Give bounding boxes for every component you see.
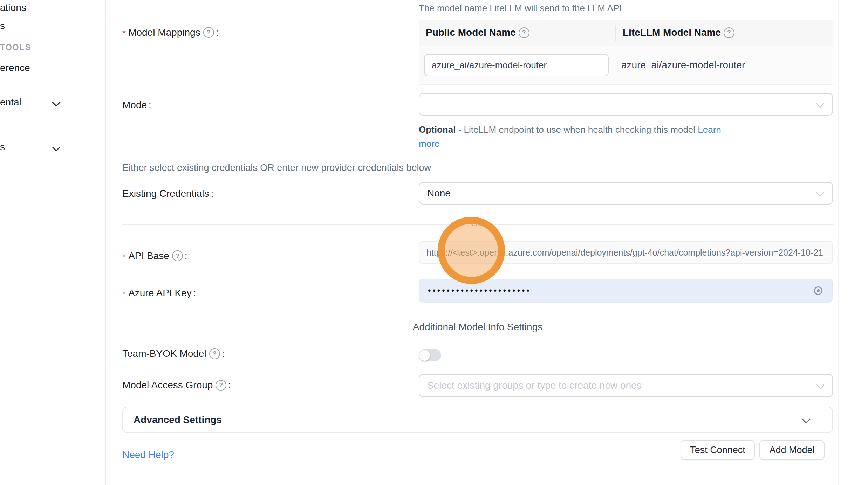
existing-credentials-label: Existing Credentials: [122,188,213,199]
chevron-down-icon [818,101,823,108]
sidebar-item-truncated-1[interactable]: ations [0,2,26,13]
chevron-down-icon [818,382,823,389]
help-icon[interactable]: ? [203,27,214,38]
table-row: azure_ai/azure-model-router [419,46,833,84]
mode-label: Mode: [122,99,151,111]
sidebar-item-label: s [0,141,5,152]
advanced-settings-panel[interactable]: Advanced Settings [122,407,833,433]
model-access-group-placeholder: Select existing groups or type to create… [419,380,642,391]
chevron-down-icon[interactable] [52,98,60,106]
additional-info-divider: Additional Model Info Settings [122,321,833,333]
existing-credentials-select[interactable]: None [419,182,833,205]
additional-info-label: Additional Model Info Settings [413,321,542,333]
model-mappings-label: * Model Mappings ? : [122,26,218,39]
toggle-knob [419,350,430,361]
help-icon[interactable]: ? [209,348,220,359]
add-model-screen: ations s TOOLS erence ental s The model … [0,0,868,485]
advanced-settings-label: Advanced Settings [134,414,222,425]
sidebar-item-label: erence [0,62,30,73]
model-mappings-table: Public Model Name ? LiteLLM Model Name ?… [419,20,833,85]
api-base-label: * API Base ? : [122,249,187,262]
need-help-link[interactable]: Need Help? [122,449,174,460]
help-icon[interactable]: ? [724,27,734,38]
header-litellm-model-name: LiteLLM Model Name ? [615,25,833,41]
sidebar-item-truncated-2[interactable]: s [0,20,5,32]
chevron-down-icon[interactable] [52,143,60,151]
masked-api-key: •••••••••••••••••••••• [419,286,531,296]
required-asterisk: * [122,28,126,39]
chevron-down-icon [818,190,823,197]
model-name-hint: The model name LiteLLM will send to the … [419,3,622,14]
mode-select[interactable] [419,93,833,116]
eye-icon[interactable] [813,285,824,296]
help-icon[interactable]: ? [519,27,529,38]
credentials-hint: Either select existing credentials OR en… [122,162,431,173]
content-right-border [838,0,839,485]
mode-helper-text: Optional - LiteLLM endpoint to use when … [419,123,734,151]
sidebar-item-label: s [0,20,5,31]
public-model-name-input[interactable] [424,54,609,76]
team-byok-toggle[interactable] [419,349,441,361]
sidebar-section-tools: TOOLS [0,43,31,52]
existing-credentials-value: None [419,188,451,199]
test-connect-button[interactable]: Test Connect [681,440,755,460]
sidebar-item-truncated-3[interactable]: erence [0,62,30,74]
add-model-button[interactable]: Add Model [759,440,825,460]
or-label: OR [465,218,491,229]
required-asterisk: * [122,251,126,262]
help-icon[interactable]: ? [216,380,226,391]
chevron-down-icon [803,416,809,424]
required-asterisk: * [122,289,126,299]
team-byok-label: Team-BYOK Model ? : [122,348,224,359]
azure-api-key-label: * Azure API Key : [122,286,196,299]
table-header-row: Public Model Name ? LiteLLM Model Name ? [419,20,833,46]
sidebar-item-label: ental [0,97,21,108]
model-access-group-select[interactable]: Select existing groups or type to create… [419,374,833,397]
azure-api-key-input[interactable]: •••••••••••••••••••••• [419,279,833,303]
help-icon[interactable]: ? [172,250,183,261]
api-base-value: https://<test>.openai.azure.com/openai/d… [419,248,823,258]
litellm-model-name-value: azure_ai/azure-model-router [609,60,745,71]
api-base-input[interactable]: https://<test>.openai.azure.com/openai/d… [419,241,833,264]
sidebar-divider [105,0,106,485]
sidebar-item-label: ations [0,2,26,13]
model-access-group-label: Model Access Group ? : [122,380,231,391]
sidebar-item-truncated-4[interactable]: ental [0,97,21,108]
header-public-model-name: Public Model Name ? [419,27,615,38]
sidebar-item-truncated-5[interactable]: s [0,141,5,153]
or-divider: OR [122,218,833,229]
